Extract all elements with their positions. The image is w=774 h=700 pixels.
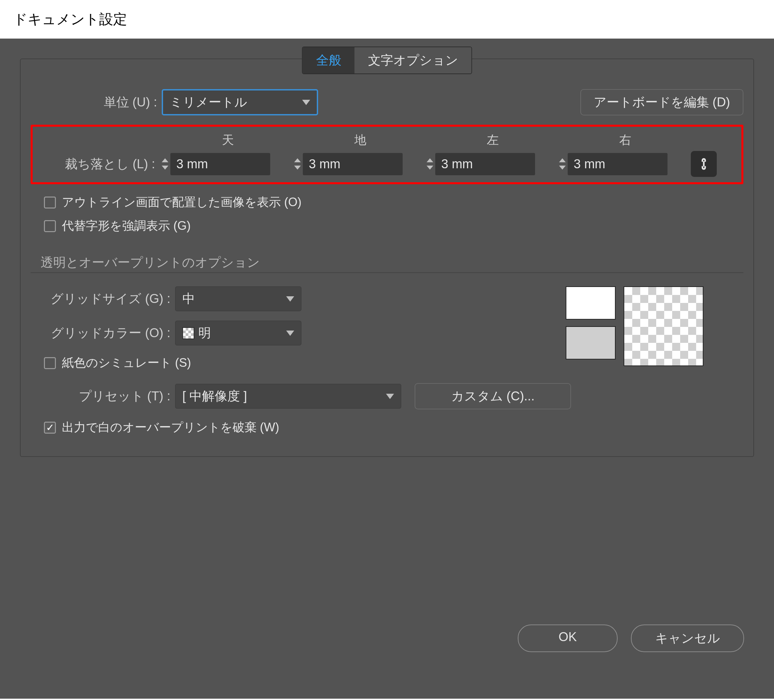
arrow-up-icon[interactable]	[162, 158, 169, 162]
grid-color-label: グリッドカラー (O) :	[37, 325, 170, 342]
custom-button[interactable]: カスタム (C)...	[415, 383, 571, 409]
bleed-bottom-input[interactable]	[303, 153, 403, 175]
simulate-paper-label: 紙色のシミュレート (S)	[62, 355, 191, 371]
grid-color-value: 明	[198, 325, 211, 342]
grid-size-row: グリッドサイズ (G) : 中	[37, 286, 301, 311]
swatch-checker-preview	[624, 286, 703, 366]
dialog-buttons: OK キャンセル	[518, 624, 744, 652]
bleed-header-left: 左	[427, 132, 559, 148]
bleed-header-top: 天	[162, 132, 294, 148]
dialog-body: 全般 文字オプション 単位 (U) : ミリメートル アートボードを編集 (D)…	[0, 39, 774, 699]
spinner-buttons[interactable]	[427, 157, 433, 171]
discard-white-overprint-label: 出力で白のオーバープリントを破棄 (W)	[62, 419, 279, 436]
preset-row: プリセット (T) : [ 中解像度 ] カスタム (C)...	[31, 383, 743, 409]
units-row: 単位 (U) : ミリメートル アートボードを編集 (D)	[31, 89, 743, 116]
window-title: ドキュメント設定	[0, 0, 774, 39]
arrow-down-icon[interactable]	[427, 166, 433, 170]
preset-select[interactable]: [ 中解像度 ]	[175, 384, 401, 409]
bleed-header-right: 右	[559, 132, 691, 148]
divider	[31, 272, 743, 273]
alt-glyphs-checkbox[interactable]	[44, 220, 56, 232]
spinner-buttons[interactable]	[162, 157, 169, 171]
arrow-up-icon[interactable]	[294, 158, 301, 162]
chevron-down-icon	[286, 296, 294, 302]
link-icon	[697, 156, 710, 172]
preset-value: [ 中解像度 ]	[182, 388, 247, 405]
simulate-paper-checkbox[interactable]	[44, 357, 56, 369]
bleed-label: 裁ち落とし (L) :	[39, 156, 155, 173]
grid-size-value: 中	[182, 290, 195, 307]
tab-general[interactable]: 全般	[303, 47, 355, 73]
chevron-down-icon	[286, 330, 294, 336]
units-value: ミリメートル	[170, 94, 247, 111]
outline-images-checkbox[interactable]	[44, 196, 56, 208]
swatch-white[interactable]	[566, 286, 615, 320]
arrow-down-icon[interactable]	[559, 166, 566, 170]
bleed-right-input[interactable]	[568, 153, 668, 175]
grid-color-row: グリッドカラー (O) : 明	[37, 320, 301, 345]
bleed-headers: 天 地 左 右	[39, 132, 735, 148]
spinner-buttons[interactable]	[559, 157, 566, 171]
swatch-grey[interactable]	[566, 326, 615, 360]
edit-artboards-button[interactable]: アートボードを編集 (D)	[580, 89, 743, 116]
outline-images-row[interactable]: アウトライン画面で配置した画像を表示 (O)	[44, 194, 743, 210]
tabs: 全般 文字オプション	[302, 46, 472, 74]
cancel-button[interactable]: キャンセル	[631, 624, 744, 652]
bleed-left-spinner[interactable]	[427, 153, 554, 175]
transparency-grid-section: グリッドサイズ (G) : 中 グリッドカラー (O) : 明	[31, 286, 743, 378]
general-fieldset: 全般 文字オプション 単位 (U) : ミリメートル アートボードを編集 (D)…	[20, 59, 754, 457]
bleed-top-spinner[interactable]	[162, 153, 289, 175]
units-select[interactable]: ミリメートル	[162, 89, 318, 116]
checker-icon	[182, 327, 194, 339]
alt-glyphs-label: 代替字形を強調表示 (G)	[62, 218, 191, 234]
bleed-top-input[interactable]	[170, 153, 270, 175]
link-values-button[interactable]	[691, 151, 717, 177]
chevron-down-icon	[386, 394, 394, 399]
transparency-section-title: 透明とオーバープリントのオプション	[41, 254, 743, 271]
discard-white-overprint-row[interactable]: 出力で白のオーバープリントを破棄 (W)	[44, 419, 743, 436]
chevron-down-icon	[302, 100, 310, 105]
bleed-header-bottom: 地	[294, 132, 427, 148]
grid-size-select[interactable]: 中	[175, 286, 301, 311]
ok-button[interactable]: OK	[518, 624, 618, 652]
tab-text-options[interactable]: 文字オプション	[355, 47, 471, 73]
bleed-row: 裁ち落とし (L) :	[39, 151, 735, 177]
arrow-down-icon[interactable]	[162, 166, 169, 170]
bleed-right-spinner[interactable]	[559, 153, 686, 175]
grid-color-select[interactable]: 明	[175, 320, 301, 345]
swatch-preview	[566, 286, 703, 366]
preset-label: プリセット (T) :	[37, 388, 170, 405]
bleed-bottom-spinner[interactable]	[294, 153, 421, 175]
arrow-up-icon[interactable]	[427, 158, 433, 162]
outline-images-label: アウトライン画面で配置した画像を表示 (O)	[62, 194, 301, 210]
simulate-paper-row[interactable]: 紙色のシミュレート (S)	[44, 355, 301, 371]
arrow-down-icon[interactable]	[294, 166, 301, 170]
discard-white-overprint-checkbox[interactable]	[44, 422, 56, 434]
units-label: 単位 (U) :	[31, 94, 157, 111]
arrow-up-icon[interactable]	[559, 158, 566, 162]
grid-size-label: グリッドサイズ (G) :	[37, 290, 170, 307]
bleed-highlight: 天 地 左 右 裁ち落とし (L) :	[31, 125, 743, 184]
alt-glyphs-row[interactable]: 代替字形を強調表示 (G)	[44, 218, 743, 234]
bleed-left-input[interactable]	[435, 153, 535, 175]
spinner-buttons[interactable]	[294, 157, 301, 171]
